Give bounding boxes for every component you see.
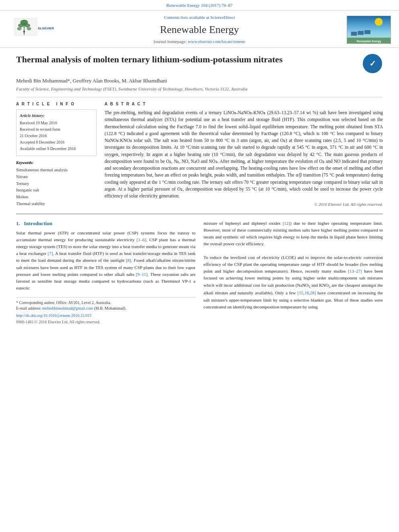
received-date: Received 19 May 2016 xyxy=(20,120,93,126)
doi-line[interactable]: http://dx.doi.org/10.1016/j.renene.2016.… xyxy=(16,313,195,318)
cover-svg: Renewable Energy xyxy=(347,16,391,44)
keywords-section: Keywords: Simultaneous thermal analysis … xyxy=(16,160,97,207)
corresponding-author: * Corresponding author. Office: AV201, L… xyxy=(16,300,195,306)
svg-point-5 xyxy=(17,27,21,31)
keyword-2: Nitrate xyxy=(16,174,97,180)
keyword-3: Ternary xyxy=(16,181,97,187)
abstract-text: The pre-melting, melting and degradation… xyxy=(105,109,383,199)
main-content-area: Thermal analysis of molten ternary lithi… xyxy=(0,48,399,331)
contents-available-text: Contents lists available at ScienceDirec… xyxy=(64,14,335,21)
keyword-1: Simultaneous thermal analysis xyxy=(16,167,97,173)
main-divider xyxy=(16,214,383,214)
intro-number: 1. xyxy=(16,220,20,226)
abstract-column: A B S T R A C T The pre-melting, melting… xyxy=(105,101,383,208)
ref-7: [7] xyxy=(48,251,53,256)
received-revised-date: 21 October 2016 xyxy=(20,133,93,139)
accepted-date: Accepted 8 December 2016 xyxy=(20,140,93,145)
info-abstract-section: A R T I C L E I N F O Article history: R… xyxy=(16,101,383,208)
history-label: Article history: xyxy=(20,113,93,119)
ref-13-27: [13–27] xyxy=(348,269,362,273)
article-info-heading: A R T I C L E I N F O xyxy=(16,101,97,107)
contents-label: Contents lists available at xyxy=(164,15,209,20)
keywords-label: Keywords: xyxy=(16,160,97,166)
received-revised-label: Received in revised form xyxy=(20,127,93,132)
abstract-heading: A B S T R A C T xyxy=(105,101,383,107)
svg-point-4 xyxy=(25,24,30,28)
svg-text:✓: ✓ xyxy=(369,59,376,68)
ref-8: [8] xyxy=(126,258,131,263)
svg-point-3 xyxy=(18,24,24,28)
email-line: E-mail address: mehedibinuohmad@gmail.co… xyxy=(16,306,195,311)
section-divider xyxy=(16,97,383,97)
svg-point-7 xyxy=(23,31,25,33)
intro-left-text: Solar thermal power (STP) or concentrate… xyxy=(16,230,195,291)
copyright-line: © 2016 Elsevier Ltd. All rights reserved… xyxy=(105,202,383,208)
svg-point-11 xyxy=(375,18,383,26)
intro-right-text: mixture of biphenyl and diphenyl oxides … xyxy=(204,220,383,310)
svg-rect-12 xyxy=(351,32,357,36)
journal-ref-text: Renewable Energy 104 (2017) 76–87 xyxy=(167,3,233,8)
journal-title-center: Contents lists available at ScienceDirec… xyxy=(64,14,335,45)
article-title-section: Thermal analysis of molten ternary lithi… xyxy=(16,54,383,74)
issn-line: 0960-1481/© 2016 Elsevier Ltd. All right… xyxy=(16,319,195,325)
email-address[interactable]: mehedibinuohmad@gmail.com xyxy=(42,306,93,310)
available-online-date: Available online 9 December 2016 xyxy=(20,146,93,152)
elsevier-logo-svg: ELSEVIER xyxy=(8,16,56,41)
ref-1-6: [1–6] xyxy=(137,237,146,242)
authors-text: Mehedi Bin Mohammad*, Geoffrey Alan Broo… xyxy=(16,78,167,84)
crossmark-badge: ✓ xyxy=(363,54,383,74)
email-suffix: (M.B. Mohammad). xyxy=(94,306,127,310)
article-history-box: Article history: Received 19 May 2016 Re… xyxy=(16,109,97,156)
keyword-6: Thermal stability xyxy=(16,201,97,207)
body-content: 1. Introduction Solar thermal power (STP… xyxy=(16,220,383,325)
body-right-column: mixture of biphenyl and diphenyl oxides … xyxy=(204,220,383,325)
journal-main-title: Renewable Energy xyxy=(64,23,335,37)
svg-rect-13 xyxy=(358,31,364,35)
svg-point-6 xyxy=(27,27,31,31)
email-label: E-mail address: xyxy=(16,306,41,310)
homepage-line: journal homepage: www.elsevier.com/locat… xyxy=(64,39,335,45)
article-info-column: A R T I C L E I N F O Article history: R… xyxy=(16,101,97,208)
crossmark-icon: ✓ xyxy=(363,54,382,73)
body-left-column: 1. Introduction Solar thermal power (STP… xyxy=(16,220,195,325)
svg-text:ELSEVIER: ELSEVIER xyxy=(38,27,54,30)
keyword-4: Inorganic salt xyxy=(16,187,97,193)
journal-header: ELSEVIER Contents lists available at Sci… xyxy=(0,10,399,47)
journal-cover-area: Renewable Energy xyxy=(339,16,391,44)
homepage-prefix: journal homepage: xyxy=(154,39,187,44)
article-authors: Mehedi Bin Mohammad*, Geoffrey Alan Broo… xyxy=(16,77,383,84)
footnote-section: * Corresponding author. Office: AV201, L… xyxy=(16,297,195,325)
journal-reference-bar: Renewable Energy 104 (2017) 76–87 xyxy=(0,0,399,10)
corresponding-text: * Corresponding author. Office: AV201, L… xyxy=(16,300,111,305)
introduction-heading: 1. Introduction xyxy=(16,220,195,227)
svg-rect-14 xyxy=(364,30,370,34)
journal-cover-image: Renewable Energy xyxy=(347,16,391,44)
intro-heading-text: Introduction xyxy=(24,220,53,226)
sciencedirect-link[interactable]: ScienceDirect xyxy=(210,15,235,20)
svg-text:Renewable Energy: Renewable Energy xyxy=(357,40,381,43)
article-title: Thermal analysis of molten ternary lithi… xyxy=(16,54,363,66)
keyword-5: Molten xyxy=(16,194,97,200)
ref-12: [12] xyxy=(283,221,290,226)
article-affiliation: Faculty of Science, Engineering and Tech… xyxy=(16,86,383,92)
elsevier-logo-area: ELSEVIER xyxy=(8,16,60,43)
ref-9-11: [9–11] xyxy=(136,272,148,277)
homepage-link[interactable]: www.elsevier.com/locate/renene xyxy=(188,39,245,44)
ref-15-18-28: [15,18,28] xyxy=(297,290,316,295)
